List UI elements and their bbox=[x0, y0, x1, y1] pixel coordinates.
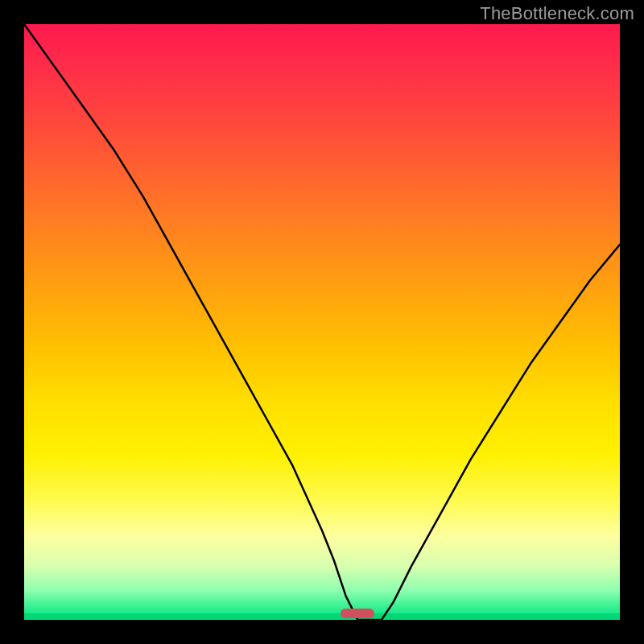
optimal-point-marker bbox=[341, 609, 374, 618]
plot-area bbox=[24, 24, 620, 620]
attribution-label: TheBottleneck.com bbox=[480, 3, 634, 24]
chart-frame: TheBottleneck.com bbox=[0, 0, 644, 644]
bottleneck-curve bbox=[24, 24, 620, 620]
